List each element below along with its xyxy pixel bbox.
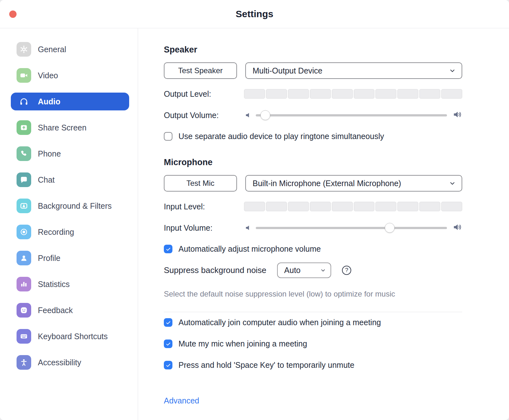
sidebar-item-statistics[interactable]: Statistics <box>11 275 129 293</box>
mute-mic-checkbox[interactable] <box>164 340 172 348</box>
advanced-link[interactable]: Advanced <box>164 396 199 405</box>
speaker-heading: Speaker <box>164 45 462 55</box>
suppress-noise-hint: Select the default noise suppression lev… <box>164 290 462 298</box>
sidebar-item-label: Share Screen <box>38 123 87 132</box>
output-level-meter <box>244 89 462 99</box>
space-key-unmute-checkbox[interactable] <box>164 361 172 369</box>
check-icon <box>165 341 171 347</box>
sidebar-item-audio[interactable]: Audio <box>11 93 129 110</box>
output-volume-row: Output Volume: <box>164 109 462 121</box>
background-filters-icon <box>17 199 31 213</box>
level-meter-segment <box>354 202 375 211</box>
suppress-noise-row: Suppress background noise Auto ? <box>164 262 462 278</box>
accessibility-icon <box>17 355 31 370</box>
sidebar-item-label: Background & Filters <box>38 201 112 211</box>
speaker-device-row: Test Speaker Multi-Output Device <box>164 62 462 79</box>
sidebar-item-feedback[interactable]: Feedback <box>11 301 129 319</box>
output-level-row: Output Level: <box>164 89 462 99</box>
sidebar-item-label: Profile <box>38 254 60 263</box>
section-divider <box>164 312 462 312</box>
output-volume-slider[interactable] <box>256 114 447 116</box>
ringtone-checkbox-label: Use separate audio device to play ringto… <box>178 132 384 141</box>
sidebar-item-keyboard-shortcuts[interactable]: Keyboard Shortcuts <box>11 327 129 345</box>
auto-join-audio-row: Automatically join computer audio when j… <box>164 318 462 327</box>
chevron-down-icon <box>449 67 456 74</box>
sidebar-item-chat[interactable]: Chat <box>11 171 129 189</box>
ringtone-checkbox[interactable] <box>164 132 172 141</box>
ringtone-checkbox-row: Use separate audio device to play ringto… <box>164 132 462 141</box>
check-icon <box>165 246 171 252</box>
audio-settings-panel: Speaker Test Speaker Multi-Output Device… <box>138 28 509 420</box>
check-icon <box>165 320 171 326</box>
mute-mic-row: Mute my mic when joining a meeting <box>164 339 462 348</box>
close-button[interactable] <box>9 10 17 18</box>
input-level-row: Input Level: <box>164 202 462 211</box>
smiley-icon <box>17 303 31 318</box>
speaker-loud-icon <box>453 222 462 233</box>
chevron-down-icon <box>449 180 456 187</box>
auto-adjust-checkbox-row: Automatically adjust microphone volume <box>164 244 462 254</box>
level-meter-segment <box>310 89 331 99</box>
level-meter-segment <box>288 202 309 211</box>
screen: Settings <box>0 0 509 420</box>
input-volume-slider[interactable] <box>256 227 447 229</box>
sidebar-item-video[interactable]: Video <box>11 66 129 84</box>
speaker-device-select[interactable]: Multi-Output Device <box>245 62 462 79</box>
level-meter-segment <box>244 202 265 211</box>
help-icon[interactable]: ? <box>342 266 351 275</box>
level-meter-segment <box>310 202 331 211</box>
speaker-loud-icon <box>453 110 462 121</box>
profile-icon <box>17 251 31 265</box>
check-icon <box>165 362 171 368</box>
sidebar-item-label: Phone <box>38 149 61 158</box>
sidebar-item-label: Feedback <box>38 306 73 315</box>
level-meter-segment <box>266 89 287 99</box>
sidebar-item-label: General <box>38 45 66 54</box>
auto-adjust-checkbox[interactable] <box>164 245 172 253</box>
title-bar: Settings <box>0 0 509 28</box>
auto-adjust-checkbox-label: Automatically adjust microphone volume <box>178 244 321 254</box>
sidebar-item-accessibility[interactable]: Accessibility <box>11 354 129 371</box>
gear-icon <box>17 42 31 57</box>
auto-join-audio-checkbox[interactable] <box>164 318 172 327</box>
input-level-meter <box>244 202 462 211</box>
level-meter-segment <box>419 89 440 99</box>
output-volume-thumb[interactable] <box>261 110 270 120</box>
microphone-device-value: Built-in Microphone (External Microphone… <box>253 179 401 188</box>
sidebar: General Video <box>0 28 138 420</box>
sidebar-item-share-screen[interactable]: Share Screen <box>11 119 129 136</box>
level-meter-segment <box>354 89 375 99</box>
phone-icon <box>17 146 31 161</box>
level-meter-segment <box>441 89 462 99</box>
output-level-label: Output Level: <box>164 89 244 99</box>
headphones-icon <box>17 94 31 109</box>
test-speaker-button[interactable]: Test Speaker <box>164 62 237 79</box>
level-meter-segment <box>288 89 309 99</box>
suppress-noise-value: Auto <box>284 266 300 275</box>
sidebar-item-phone[interactable]: Phone <box>11 145 129 163</box>
microphone-device-select[interactable]: Built-in Microphone (External Microphone… <box>245 175 462 192</box>
sidebar-item-label: Accessibility <box>38 358 81 367</box>
level-meter-segment <box>375 89 396 99</box>
sidebar-item-general[interactable]: General <box>11 40 129 58</box>
space-key-unmute-label: Press and hold 'Space Key' to temporaril… <box>178 360 354 370</box>
video-camera-icon <box>17 68 31 83</box>
sidebar-item-label: Keyboard Shortcuts <box>38 332 108 341</box>
sidebar-item-label: Video <box>38 71 58 80</box>
sidebar-item-recording[interactable]: Recording <box>11 223 129 241</box>
suppress-noise-select[interactable]: Auto <box>277 262 331 278</box>
sidebar-item-background-filters[interactable]: Background & Filters <box>11 197 129 215</box>
share-screen-icon <box>17 120 31 135</box>
speaker-device-value: Multi-Output Device <box>253 66 323 75</box>
general-audio-options: Automatically join computer audio when j… <box>164 318 462 370</box>
level-meter-segment <box>375 202 396 211</box>
test-mic-button[interactable]: Test Mic <box>164 175 237 192</box>
microphone-heading: Microphone <box>164 158 462 167</box>
sidebar-item-profile[interactable]: Profile <box>11 249 129 267</box>
level-meter-segment <box>244 89 265 99</box>
speaker-mute-icon <box>244 111 253 119</box>
chevron-down-icon <box>320 267 326 273</box>
level-meter-segment <box>397 202 418 211</box>
input-volume-row: Input Volume: <box>164 222 462 234</box>
input-volume-thumb[interactable] <box>385 223 394 233</box>
